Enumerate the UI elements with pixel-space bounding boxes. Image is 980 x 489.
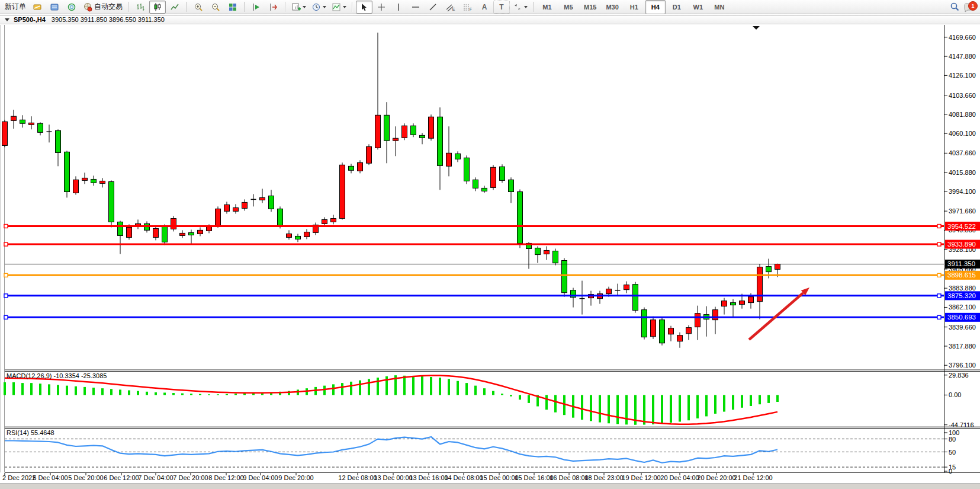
line-handle[interactable] (937, 315, 941, 319)
candle-body (722, 301, 727, 306)
price-axis-tick-label: 3796.100 (949, 362, 976, 369)
price-axis-tick-label: 4037.660 (949, 149, 976, 156)
macd-histogram-bar (412, 376, 415, 395)
candle-body (38, 123, 43, 132)
macd-histogram-bar (608, 395, 610, 423)
candle-body (411, 126, 416, 135)
macd-axis-label: 0.00 (949, 391, 961, 398)
time-axis-label: 5 Dec 20:00 (68, 474, 103, 481)
macd-histogram-bar (421, 376, 423, 395)
candle-body (127, 227, 132, 237)
macd-histogram-bar (350, 382, 352, 395)
time-axis-label: 9 Dec 04:00 (243, 474, 278, 481)
macd-histogram-bar (146, 392, 148, 395)
candle-body (331, 219, 336, 222)
price-level-label: 3850.693 (947, 314, 976, 321)
candle-body (669, 328, 674, 334)
price-axis-tick-label: 4015.880 (949, 169, 976, 176)
candle-body (766, 267, 772, 272)
candle-body (358, 162, 363, 171)
macd-histogram-bar (457, 381, 459, 395)
candle-body (553, 251, 558, 263)
macd-histogram-bar (439, 378, 441, 395)
candle-body (544, 250, 550, 254)
candle-body (278, 209, 283, 225)
candle-body (686, 328, 692, 334)
candle-body (695, 314, 701, 327)
candle-body (189, 232, 194, 235)
candle-body (322, 219, 327, 223)
chart-shift-marker[interactable] (753, 26, 760, 30)
macd-histogram-bar (723, 395, 725, 411)
macd-histogram-bar (776, 395, 779, 402)
line-handle[interactable] (937, 225, 941, 228)
macd-histogram-bar (616, 395, 619, 424)
candle-body (180, 233, 185, 235)
macd-histogram-bar (101, 388, 104, 395)
macd-histogram-bar (581, 395, 583, 420)
candle-body (224, 204, 230, 211)
rsi-indicator-label: RSI(14) 55.4648 (7, 429, 54, 436)
macd-histogram-bar (66, 386, 68, 395)
price-level-label: 3875.320 (947, 292, 976, 299)
candle-body (207, 226, 212, 231)
macd-histogram-bar (4, 382, 6, 395)
line-handle[interactable] (4, 273, 8, 277)
macd-histogram-bar (92, 388, 95, 395)
candle-body (233, 207, 239, 211)
macd-histogram-bar (519, 395, 521, 399)
candle-body (642, 310, 647, 337)
candle-body (455, 154, 461, 159)
macd-histogram-bar (554, 395, 557, 412)
candle-body (29, 123, 34, 124)
macd-histogram-bar (448, 379, 450, 395)
macd-histogram-bar (128, 391, 130, 395)
macd-histogram-bar (172, 393, 175, 395)
candle-body (491, 167, 496, 187)
time-axis-label: 21 Dec 12:00 (734, 474, 772, 481)
macd-histogram-bar (714, 395, 716, 414)
price-axis-tick-label: 3817.880 (949, 343, 976, 350)
macd-histogram-bar (110, 389, 113, 395)
candle-body (11, 116, 17, 120)
candle-body (775, 264, 780, 269)
candle-body (633, 285, 638, 311)
line-handle[interactable] (4, 294, 8, 298)
time-axis-label: 9 Dec 20:00 (278, 474, 313, 481)
macd-histogram-bar (679, 395, 681, 421)
candle-body (473, 180, 478, 188)
time-axis-label: 14 Dec 08:00 (444, 474, 483, 481)
candle-body (2, 122, 8, 145)
window-bottom-strip (0, 483, 980, 489)
macd-histogram-bar (48, 384, 50, 395)
candle-body (420, 135, 425, 138)
line-handle[interactable] (937, 242, 941, 246)
macd-histogram-bar (590, 395, 592, 421)
candle-body (438, 117, 443, 165)
macd-histogram-bar (12, 382, 15, 395)
line-handle[interactable] (937, 273, 941, 277)
line-handle[interactable] (937, 294, 941, 298)
candle-body (429, 117, 434, 138)
candle-body (295, 236, 301, 239)
macd-histogram-bar (359, 381, 361, 395)
macd-histogram-bar (199, 394, 201, 395)
macd-histogram-bar (501, 394, 503, 395)
time-axis-label: 15 Dec 16:00 (515, 474, 553, 481)
macd-histogram-bar (705, 395, 708, 416)
time-axis-label: 7 Dec 04:00 (138, 474, 173, 481)
candle-body (713, 310, 718, 320)
macd-histogram-bar (767, 395, 770, 403)
line-handle[interactable] (4, 242, 8, 246)
time-axis-label: 20 Dec 04:00 (660, 474, 699, 481)
macd-histogram-bar (483, 388, 486, 395)
macd-histogram-bar (181, 394, 184, 395)
macd-histogram-bar (39, 383, 41, 395)
macd-histogram-bar (217, 394, 219, 395)
macd-histogram-bar (208, 394, 210, 395)
line-handle[interactable] (4, 225, 8, 228)
line-handle[interactable] (4, 315, 8, 319)
macd-histogram-bar (377, 378, 379, 395)
time-axis-label: 20 Dec 20:00 (697, 474, 735, 481)
candle-body (56, 130, 61, 152)
